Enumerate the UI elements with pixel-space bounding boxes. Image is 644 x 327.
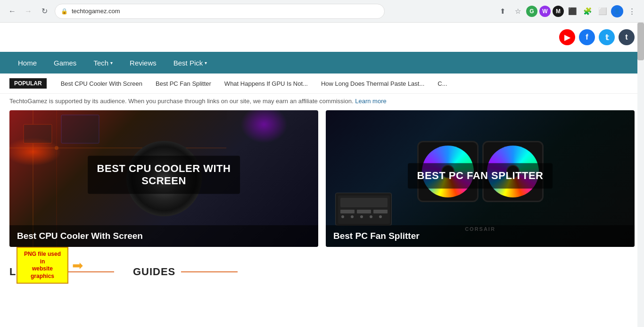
popular-link-2[interactable]: Best PC Fan Splitter — [149, 80, 218, 87]
cards-grid: BEST CPU COOLER WITHSCREEN Best CPU Cool… — [9, 110, 635, 247]
popular-link-5[interactable]: C... — [431, 80, 454, 87]
tech-dropdown-arrow: ▾ — [110, 60, 113, 65]
svg-rect-9 — [357, 210, 371, 213]
nav-games[interactable]: Games — [45, 52, 85, 74]
main-navigation: Home Games Tech ▾ Reviews Best Pick ▾ — [0, 52, 644, 74]
twitter-icon[interactable]: 𝕥 — [599, 29, 615, 45]
share-button[interactable]: ⬆ — [496, 5, 509, 18]
svg-rect-4 — [24, 124, 52, 143]
scrollbar-thumb[interactable] — [637, 23, 644, 60]
popular-link-1[interactable]: Best CPU Cooler With Screen — [54, 80, 149, 87]
annotation-box: PNG file used in website graphics — [17, 247, 68, 284]
annotation-arrow: ➡ — [72, 258, 83, 273]
popular-bar: POPULAR Best CPU Cooler With Screen Best… — [0, 74, 644, 94]
card-fan-center-title: BEST PC FAN SPLITTER — [417, 170, 544, 182]
nav-home[interactable]: Home — [9, 52, 45, 74]
lock-icon: 🔒 — [61, 8, 68, 15]
facebook-icon[interactable]: f — [579, 29, 595, 45]
url-text: techtogamez.com — [72, 8, 120, 15]
card-fan-bottom-title: Best PC Fan Splitter — [326, 225, 635, 247]
card-cpu-cooler[interactable]: BEST CPU COOLER WITHSCREEN Best CPU Cool… — [9, 110, 318, 247]
extension-green[interactable]: G — [526, 6, 537, 17]
svg-point-14 — [370, 215, 372, 218]
guides-line — [181, 271, 238, 272]
guides-section-header: GUIDES — [133, 266, 238, 278]
card-cpu-center-title: BEST CPU COOLER WITHSCREEN — [97, 163, 231, 188]
popular-label: POPULAR — [9, 78, 47, 89]
browser-nav-buttons: ← → ↻ — [6, 5, 51, 18]
browser-chrome: ← → ↻ 🔒 techtogamez.com ⬆ ☆ G W M ⬛ 🧩 ⬜ … — [0, 0, 644, 23]
scrollbar[interactable] — [637, 23, 644, 287]
extensions-button[interactable]: 🧩 — [581, 5, 594, 18]
screenshot-button[interactable]: ⬛ — [566, 5, 579, 18]
extension-purple[interactable]: W — [539, 6, 551, 17]
svg-rect-8 — [340, 210, 355, 213]
best-pick-dropdown-arrow: ▾ — [205, 60, 207, 65]
forward-button[interactable]: → — [22, 5, 35, 18]
svg-point-11 — [341, 215, 344, 218]
bookmark-button[interactable]: ☆ — [511, 5, 524, 18]
main-content: PNG file used in website graphics ➡ — [0, 110, 644, 287]
social-bar: ▶ f 𝕥 t — [0, 23, 644, 52]
card-cpu-center-text: BEST CPU COOLER WITHSCREEN — [88, 156, 240, 194]
website-content: ▶ f 𝕥 t Home Games Tech ▾ Reviews Best P… — [0, 23, 644, 287]
tumblr-icon[interactable]: t — [619, 29, 635, 45]
guides-title: GUIDES — [133, 266, 175, 278]
fan-splitter-component — [335, 193, 392, 226]
cards-section: PNG file used in website graphics ➡ — [9, 110, 635, 247]
affiliate-notice: TechtoGamez is supported by its audience… — [0, 94, 644, 110]
card-fan-center-text: BEST PC FAN SPLITTER — [408, 163, 553, 188]
sidebar-button[interactable]: ⬜ — [596, 5, 609, 18]
svg-rect-5 — [61, 115, 99, 143]
nav-tech[interactable]: Tech ▾ — [85, 52, 121, 74]
card-fan-text-box: BEST PC FAN SPLITTER — [408, 163, 553, 188]
popular-link-4[interactable]: How Long Does Thermal Paste Last... — [314, 80, 431, 87]
youtube-icon[interactable]: ▶ — [559, 29, 575, 45]
nav-best-pick[interactable]: Best Pick ▾ — [165, 52, 216, 74]
reload-button[interactable]: ↻ — [38, 5, 51, 18]
profile-avatar[interactable]: 👤 — [611, 5, 623, 17]
annotation-callout: PNG file used in website graphics ➡ — [17, 247, 83, 284]
svg-point-3 — [55, 146, 58, 150]
svg-point-13 — [360, 215, 363, 218]
card-cpu-bottom-title: Best CPU Cooler With Screen — [9, 225, 318, 247]
card-fan-splitter[interactable]: CORSAIR — [326, 110, 635, 247]
popular-link-3[interactable]: What Happens If GPU Is Not... — [218, 80, 314, 87]
svg-rect-10 — [373, 210, 388, 213]
svg-rect-7 — [340, 198, 388, 207]
back-button[interactable]: ← — [6, 5, 19, 18]
address-bar[interactable]: 🔒 techtogamez.com — [55, 4, 385, 19]
card-cpu-text-box: BEST CPU COOLER WITHSCREEN — [88, 156, 240, 194]
extension-m[interactable]: M — [553, 6, 564, 17]
svg-point-12 — [351, 215, 354, 218]
nav-reviews[interactable]: Reviews — [121, 52, 165, 74]
svg-point-15 — [379, 215, 382, 218]
menu-button[interactable]: ⋮ — [625, 5, 638, 18]
section-headers: LATEST GUIDES — [9, 258, 635, 278]
browser-actions: ⬆ ☆ G W M ⬛ 🧩 ⬜ 👤 ⋮ — [496, 5, 638, 18]
learn-more-link[interactable]: Learn more — [355, 98, 386, 105]
